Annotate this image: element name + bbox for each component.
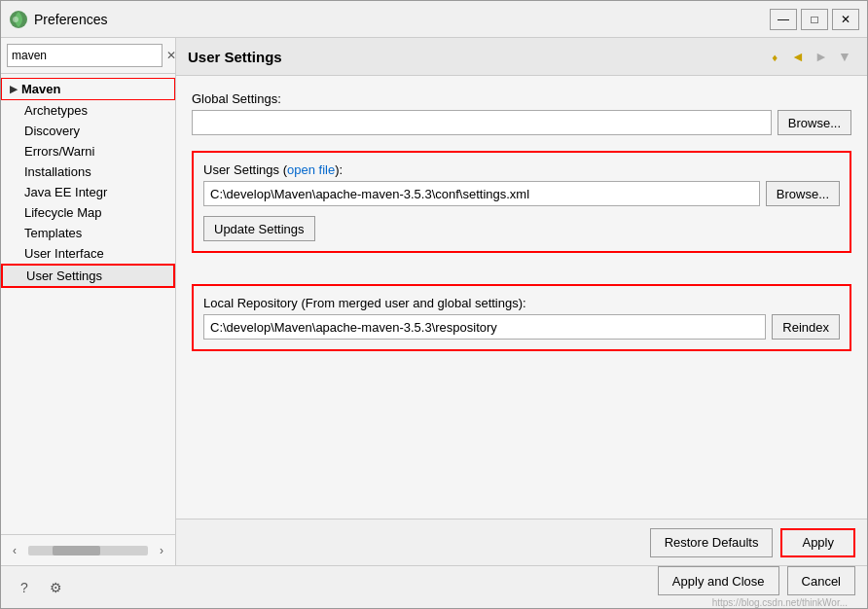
sidebar-item-label: Errors/Warni	[24, 144, 94, 159]
global-settings-input[interactable]	[192, 110, 772, 135]
footer-right-wrapper: Apply and Close Cancel https://blog.csdn…	[658, 566, 855, 608]
local-repo-input[interactable]	[203, 314, 766, 340]
sidebar-item-label: User Interface	[24, 246, 104, 261]
svg-point-1	[13, 17, 18, 22]
sidebar-item-archetypes[interactable]: Archetypes	[1, 100, 175, 121]
window-title: Preferences	[34, 12, 107, 27]
minimize-button[interactable]: —	[770, 9, 797, 30]
local-repo-row: Reindex	[203, 314, 840, 340]
restore-defaults-button[interactable]: Restore Defaults	[650, 528, 774, 557]
maximize-button[interactable]: □	[801, 9, 828, 30]
title-bar: Preferences — □ ✕	[1, 1, 867, 38]
sidebar-item-maven[interactable]: ▶ Maven	[1, 78, 175, 100]
sidebar-bottom: ‹ ›	[1, 534, 175, 565]
content-panel: User Settings ⬧ ◄ ► ▼ Global Settings: B…	[176, 38, 867, 565]
global-settings-label: Global Settings:	[192, 91, 851, 106]
footer-right: Apply and Close Cancel	[658, 566, 855, 595]
user-settings-row: Browse...	[203, 181, 840, 206]
global-settings-group: Global Settings: Browse...	[192, 91, 851, 135]
sidebar: ✕ ▶ Maven Archetypes Discovery Errors/Wa…	[1, 38, 176, 565]
sidebar-item-label: Archetypes	[24, 103, 88, 118]
preferences-window: Preferences — □ ✕ ✕ ▶ Maven Archet	[0, 0, 868, 609]
footer-left: ? ⚙	[13, 576, 67, 599]
title-bar-left: Preferences	[9, 10, 107, 29]
sidebar-item-discovery[interactable]: Discovery	[1, 121, 175, 141]
nav-back-arrow-button[interactable]: ◄	[787, 46, 809, 67]
sidebar-scrollbar[interactable]	[28, 546, 148, 555]
user-settings-label-text: User Settings (	[203, 162, 287, 177]
content-title: User Settings	[188, 49, 282, 65]
local-repo-label: Local Repository (From merged user and g…	[203, 296, 840, 310]
content-header: User Settings ⬧ ◄ ► ▼	[176, 38, 867, 76]
sidebar-item-userinterface[interactable]: User Interface	[1, 243, 175, 264]
sidebar-item-usersettings[interactable]: User Settings	[1, 264, 175, 288]
sidebar-item-label: Lifecycle Map	[24, 205, 101, 220]
sidebar-item-label: User Settings	[26, 269, 102, 283]
tree: ▶ Maven Archetypes Discovery Errors/Warn…	[1, 74, 175, 534]
search-input[interactable]	[7, 44, 163, 67]
bottom-action-bar: Restore Defaults Apply	[176, 519, 867, 565]
global-settings-row: Browse...	[192, 110, 851, 135]
user-settings-label2: ):	[335, 162, 343, 177]
update-settings-row: Update Settings	[203, 216, 840, 241]
watermark: https://blog.csdn.net/thinkWor...	[712, 595, 855, 608]
title-bar-controls: — □ ✕	[770, 9, 859, 30]
sidebar-item-label: Templates	[24, 226, 82, 240]
local-repo-section: Local Repository (From merged user and g…	[192, 284, 851, 351]
scroll-left-icon[interactable]: ‹	[5, 541, 24, 560]
main-area: ✕ ▶ Maven Archetypes Discovery Errors/Wa…	[1, 38, 867, 565]
user-browse-button[interactable]: Browse...	[766, 181, 840, 206]
chevron-down-icon: ▶	[10, 84, 18, 94]
nav-controls: ⬧ ◄ ► ▼	[764, 46, 855, 67]
help-icon[interactable]: ?	[13, 576, 36, 599]
nav-forward-menu-button[interactable]: ▼	[834, 46, 855, 67]
footer-bar: ? ⚙ Apply and Close Cancel https://blog.…	[1, 565, 867, 608]
user-settings-section: User Settings (open file): Browse... Upd…	[192, 151, 851, 253]
sidebar-item-templates[interactable]: Templates	[1, 223, 175, 243]
sidebar-item-label: Maven	[21, 82, 60, 96]
settings-icon[interactable]: ⚙	[44, 576, 67, 599]
nav-back-button[interactable]: ⬧	[764, 46, 785, 67]
content-body: Global Settings: Browse... User Settings…	[176, 76, 867, 519]
spacer	[192, 269, 851, 284]
update-settings-button[interactable]: Update Settings	[203, 216, 315, 241]
close-button[interactable]: ✕	[832, 9, 859, 30]
search-container: ✕	[1, 38, 175, 74]
global-browse-button[interactable]: Browse...	[778, 110, 851, 135]
apply-close-button[interactable]: Apply and Close	[658, 566, 779, 595]
user-settings-label: User Settings (open file):	[203, 162, 840, 177]
sidebar-item-label: Discovery	[24, 124, 80, 138]
sidebar-item-label: Installations	[24, 164, 91, 179]
nav-forward-arrow-button[interactable]: ►	[811, 46, 832, 67]
sidebar-item-lifecycle[interactable]: Lifecycle Map	[1, 202, 175, 223]
sidebar-item-javaee[interactable]: Java EE Integr	[1, 182, 175, 202]
cancel-button[interactable]: Cancel	[787, 566, 855, 595]
scroll-right-icon[interactable]: ›	[152, 541, 171, 560]
apply-button[interactable]: Apply	[780, 528, 855, 557]
reindex-button[interactable]: Reindex	[772, 314, 840, 340]
open-file-link[interactable]: open file	[287, 162, 335, 177]
sidebar-scrollbar-thumb	[53, 546, 100, 555]
search-clear-icon[interactable]: ✕	[166, 48, 176, 63]
sidebar-item-label: Java EE Integr	[24, 185, 107, 199]
user-settings-input[interactable]	[203, 181, 760, 206]
sidebar-item-installations[interactable]: Installations	[1, 161, 175, 182]
sidebar-item-errors[interactable]: Errors/Warni	[1, 141, 175, 161]
eclipse-icon	[9, 10, 28, 29]
